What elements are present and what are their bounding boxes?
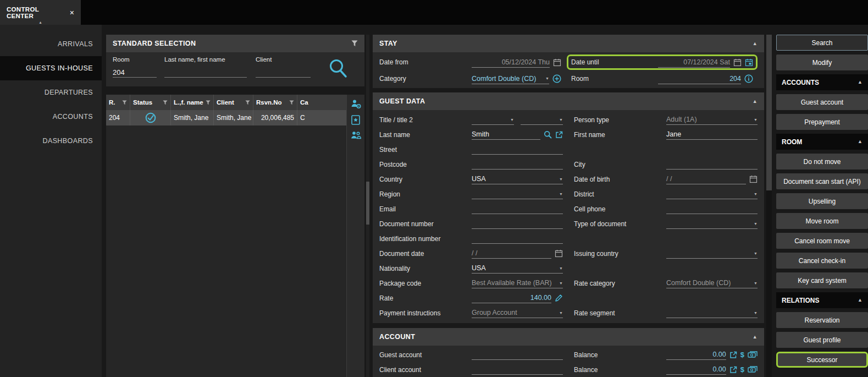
category-dropdown[interactable]: Comfort Double (CD) ▼ <box>472 74 549 84</box>
vertical-scrollbar[interactable] <box>766 35 772 377</box>
scrollbar-thumb[interactable] <box>766 35 772 190</box>
nationality-dropdown[interactable]: USA ▼ <box>472 263 563 274</box>
package-code-dropdown[interactable]: Best Available Rate (BAR) ▼ <box>472 278 563 288</box>
calendar-extend-icon[interactable] <box>745 58 753 67</box>
filter-icon[interactable] <box>351 40 358 47</box>
search-button[interactable]: Search <box>776 35 868 51</box>
client-account-field[interactable] <box>472 364 563 375</box>
sidebar-item-departures[interactable]: DEPARTURES <box>0 80 102 105</box>
country-dropdown[interactable]: USA ▼ <box>472 174 563 184</box>
filter-icon[interactable] <box>287 100 294 105</box>
collapse-icon[interactable]: ▲ <box>753 41 758 46</box>
document-scan-start-button[interactable]: Document scan start (API) <box>776 173 868 189</box>
date-until-field[interactable]: 07/12/2024 Sat <box>658 57 730 68</box>
table-row[interactable]: 204 Smith, Jane Smith, Jane 20,006,485 C <box>106 110 346 125</box>
title-dropdown[interactable]: ▼ <box>472 114 514 125</box>
open-profile-icon[interactable] <box>555 131 563 139</box>
title2-dropdown[interactable]: ▼ <box>521 114 563 125</box>
search-icon[interactable] <box>328 58 348 79</box>
document-date-field[interactable]: / / <box>472 248 551 259</box>
sidebar-item-accounts[interactable]: ACCOUNTS <box>0 105 102 129</box>
type-of-document-dropdown[interactable]: ▼ <box>666 218 758 229</box>
calendar-icon[interactable] <box>733 58 742 67</box>
column-header-room[interactable]: R. <box>106 95 130 110</box>
relations-section-header[interactable]: RELATIONS ▲ <box>776 292 868 308</box>
rate-field[interactable]: 140.00 <box>472 293 551 303</box>
column-header-name[interactable]: L.,f. name <box>171 95 214 110</box>
sidebar-item-dashboards[interactable]: DASHBOARDS <box>0 129 102 153</box>
filter-icon[interactable] <box>203 100 211 105</box>
tab-menu-caret-icon[interactable]: ▴ <box>39 20 41 25</box>
street-field[interactable] <box>472 144 563 155</box>
guest-account-button[interactable]: Guest account <box>776 94 868 110</box>
city-field[interactable] <box>666 159 758 170</box>
sidebar-item-arrivals[interactable]: ARRIVALS <box>0 32 102 56</box>
guest-profile-button[interactable]: Guest profile <box>776 332 868 348</box>
collapse-icon[interactable]: ▲ <box>753 335 758 340</box>
splitter-thumb[interactable] <box>366 182 369 225</box>
edit-rate-icon[interactable] <box>555 294 563 302</box>
modify-button[interactable]: Modify <box>776 54 868 70</box>
client-filter-input[interactable] <box>256 67 311 78</box>
email-field[interactable] <box>472 204 563 214</box>
name-filter-input[interactable] <box>164 67 247 78</box>
sidebar-item-guests-in-house[interactable]: GUESTS IN-HOUSE <box>0 56 102 80</box>
payment-icon[interactable]: $ <box>740 365 744 374</box>
date-from-field[interactable]: 05/12/2024 Thu <box>472 57 550 68</box>
cancel-room-move-button[interactable]: Cancel room move <box>776 233 868 249</box>
region-dropdown[interactable]: ▼ <box>472 189 563 199</box>
filter-icon[interactable] <box>243 100 250 105</box>
payment-instructions-dropdown[interactable]: Group Account ▼ <box>472 308 563 318</box>
postcode-field[interactable] <box>472 159 563 170</box>
column-header-category[interactable]: Ca <box>297 95 346 110</box>
document-number-field[interactable] <box>472 218 563 229</box>
cell-phone-field[interactable] <box>666 204 758 214</box>
guest-account-field[interactable] <box>472 349 563 360</box>
successor-button-highlighted[interactable]: Successor <box>776 352 868 368</box>
group-guests-icon[interactable] <box>351 131 361 140</box>
room-field[interactable]: 204 <box>658 74 741 84</box>
cancel-check-in-button[interactable]: Cancel check-in <box>776 253 868 269</box>
open-account-icon[interactable] <box>729 366 737 374</box>
do-not-move-button[interactable]: Do not move <box>776 154 868 170</box>
add-category-icon[interactable] <box>552 74 561 83</box>
guest-settings-icon[interactable] <box>351 99 361 109</box>
date-until-group-highlighted[interactable]: Date until 07/12/2024 Sat <box>567 54 758 70</box>
person-type-dropdown[interactable]: Adult (1A) ▼ <box>666 114 758 125</box>
cash-register-icon[interactable] <box>748 351 758 359</box>
upselling-button[interactable]: Upselling <box>776 193 868 209</box>
filter-icon[interactable] <box>161 100 168 105</box>
room-filter-input[interactable]: 204 <box>113 67 157 78</box>
column-header-client[interactable]: Client <box>214 95 253 110</box>
cash-register-icon[interactable] <box>748 366 758 374</box>
open-account-icon[interactable] <box>729 351 737 359</box>
close-icon[interactable]: × <box>70 9 74 17</box>
rate-segment-dropdown[interactable]: ▼ <box>666 308 758 318</box>
identification-number-field[interactable] <box>472 233 563 244</box>
first-name-field[interactable]: Jane <box>666 129 758 140</box>
last-name-field[interactable]: Smith <box>472 129 540 140</box>
collapse-icon[interactable]: ▲ <box>753 99 758 104</box>
room-section-header[interactable]: ROOM ▲ <box>776 134 868 150</box>
district-dropdown[interactable]: ▼ <box>666 189 758 199</box>
room-info-icon[interactable] <box>744 74 753 83</box>
date-of-birth-field[interactable]: / / <box>666 174 746 184</box>
accounts-section-header[interactable]: ACCOUNTS ▲ <box>776 74 868 90</box>
rate-category-dropdown[interactable]: Comfort Double (CD) ▼ <box>666 278 758 288</box>
search-guest-icon[interactable] <box>544 130 552 139</box>
column-header-status[interactable]: Status <box>130 95 171 110</box>
payment-icon[interactable]: $ <box>740 351 744 359</box>
reservation-button[interactable]: Reservation <box>776 312 868 328</box>
move-room-button[interactable]: Move room <box>776 213 868 229</box>
filter-icon[interactable] <box>120 100 127 105</box>
key-card-system-button[interactable]: Key card system <box>776 272 868 288</box>
panel-splitter[interactable] <box>366 35 369 377</box>
control-center-tab[interactable]: CONTROL CENTER × ▴ <box>0 0 81 25</box>
calendar-icon[interactable] <box>555 249 563 258</box>
loyalty-card-icon[interactable] <box>351 115 360 125</box>
calendar-icon[interactable] <box>553 58 561 67</box>
column-header-rsvn[interactable]: Rsvn.No <box>253 95 297 110</box>
prepayment-button[interactable]: Prepayment <box>776 114 868 130</box>
calendar-icon[interactable] <box>749 175 758 183</box>
issuing-country-dropdown[interactable]: ▼ <box>666 248 758 259</box>
